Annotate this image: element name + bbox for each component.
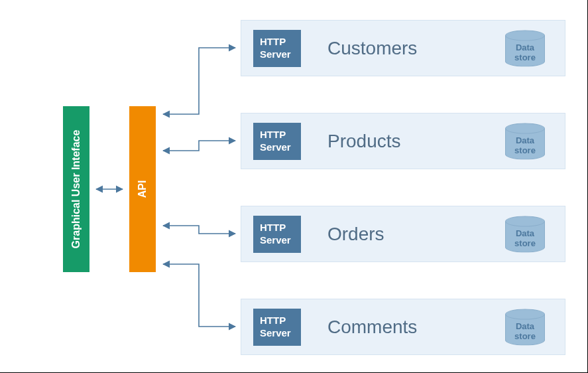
http-line1: HTTP <box>260 222 301 234</box>
http-server-box: HTTP Server <box>253 216 301 253</box>
service-name: Customers <box>327 38 417 59</box>
service-box-products: HTTP Server Products Data store <box>241 113 565 169</box>
arrow-api-customers <box>163 48 235 114</box>
data-store-icon: Data store <box>505 123 545 159</box>
datastore-line2: store <box>514 145 536 155</box>
service-name: Comments <box>327 317 417 338</box>
api-box: API <box>129 106 156 272</box>
datastore-line1: Data <box>516 322 534 331</box>
http-line2: Server <box>260 327 301 340</box>
datastore-line1: Data <box>516 229 534 238</box>
http-server-box: HTTP Server <box>253 30 301 67</box>
arrow-api-products <box>163 141 235 151</box>
data-store-icon: Data store <box>505 30 545 66</box>
http-server-box: HTTP Server <box>253 309 301 346</box>
gui-label: Graphical User Inteface <box>70 130 82 249</box>
http-line2: Server <box>260 48 301 61</box>
http-line1: HTTP <box>260 36 301 48</box>
service-box-customers: HTTP Server Customers Data store <box>241 20 565 76</box>
gui-box: Graphical User Inteface <box>63 106 89 272</box>
data-store-icon: Data store <box>505 309 545 345</box>
api-label: API <box>137 181 148 198</box>
arrow-api-orders <box>163 226 235 234</box>
http-server-box: HTTP Server <box>253 123 301 160</box>
datastore-line2: store <box>514 52 536 62</box>
datastore-line1: Data <box>516 43 534 52</box>
datastore-line2: store <box>514 238 536 248</box>
arrow-api-comments <box>163 264 235 327</box>
http-line2: Server <box>260 141 301 154</box>
data-store-icon: Data store <box>505 216 545 252</box>
service-name: Orders <box>327 224 384 245</box>
service-name: Products <box>327 131 401 152</box>
service-box-comments: HTTP Server Comments Data store <box>241 299 565 355</box>
datastore-line1: Data <box>516 136 534 145</box>
diagram-canvas: Graphical User Inteface API HTTP Server … <box>0 0 588 373</box>
http-line1: HTTP <box>260 129 301 141</box>
http-line2: Server <box>260 234 301 247</box>
datastore-line2: store <box>514 331 536 340</box>
http-line1: HTTP <box>260 315 301 327</box>
service-box-orders: HTTP Server Orders Data store <box>241 206 565 262</box>
